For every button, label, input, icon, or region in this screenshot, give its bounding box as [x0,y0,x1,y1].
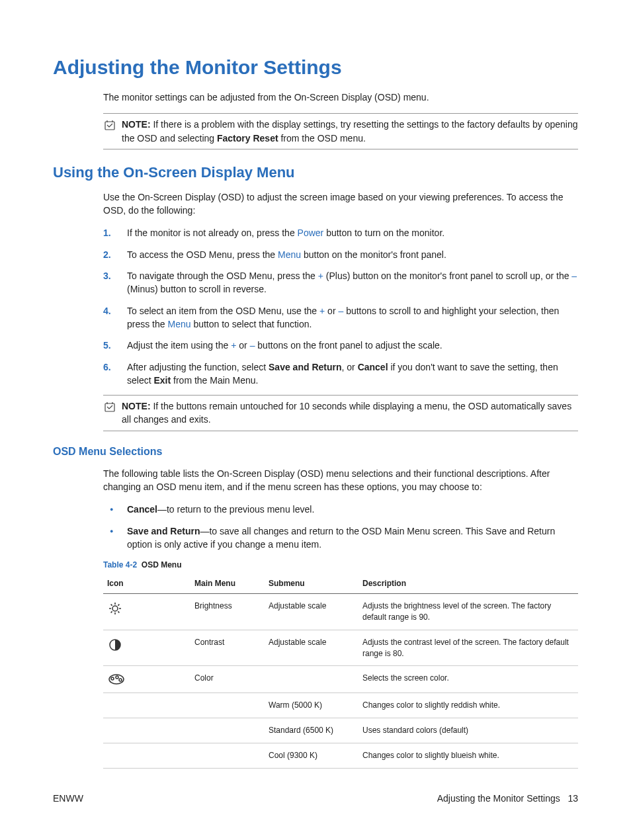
table-row: Color Selects the screen color. [103,666,578,693]
table-row: Cool (9300 K) Changes color to slightly … [103,743,578,769]
link-minus: – [571,271,577,281]
intro-text: The monitor settings can be adjusted fro… [103,91,578,104]
osd-intro-block: Use the On-Screen Display (OSD) to adjus… [103,190,578,387]
svg-point-2 [112,606,118,611]
td-desc: Adjusts the contrast level of the screen… [358,630,578,666]
footer-left: ENWW [53,793,83,804]
td-sub: Cool (9300 K) [265,743,358,769]
step-6: 6. After adjusting the function, select … [103,360,578,388]
td-desc: Changes color to slightly reddish white. [358,693,578,718]
th-desc: Description [358,573,578,594]
link-plus: + [319,306,325,316]
td-desc: Uses standard colors (default) [358,718,578,743]
note-block: NOTE: If there is a problem with the dis… [103,113,578,149]
step-num: 1. [103,226,111,239]
td-sub: Standard (6500 K) [265,718,358,743]
td-main [190,693,265,718]
svg-point-5 [111,677,114,680]
td-main [190,743,265,769]
td-main: Color [190,666,265,693]
note-body: If the buttons remain untouched for 10 s… [122,401,571,425]
table-row: Standard (6500 K) Uses standard colors (… [103,718,578,743]
step-num: 3. [103,269,111,282]
note-block: NOTE: If the buttons remain untouched fo… [103,395,578,431]
table-header-row: Icon Main Menu Submenu Description [103,573,578,594]
table-caption: Table 4-2 OSD Menu [103,560,578,569]
footer-right: Adjusting the Monitor Settings 13 [437,793,578,804]
td-desc: Changes color to slightly blueish white. [358,743,578,769]
intro-block: The monitor settings can be adjusted fro… [103,91,578,104]
page-number: 13 [568,793,578,804]
note-label: NOTE: [122,401,151,411]
table-row: Brightness Adjustable scale Adjusts the … [103,594,578,630]
link-power: Power [298,228,324,238]
td-main: Contrast [190,630,265,666]
osd-intro: Use the On-Screen Display (OSD) to adjus… [103,190,578,218]
note-bold: Factory Reset [217,133,278,144]
caption-title: OSD Menu [142,560,182,569]
step-1: 1. If the monitor is not already on, pre… [103,226,578,239]
note-2: NOTE: If the buttons remain untouched fo… [103,395,578,431]
td-main: Brightness [190,594,265,630]
step-num: 4. [103,304,111,317]
note-1: NOTE: If there is a problem with the dis… [103,113,578,149]
td-main [190,718,265,743]
td-sub: Adjustable scale [265,594,358,630]
page-title: Adjusting the Monitor Settings [53,56,578,79]
step-3: 3. To navigate through the OSD Menu, pre… [103,269,578,296]
step-num: 5. [103,339,111,352]
footer: ENWW Adjusting the Monitor Settings 13 [53,793,578,804]
svg-rect-1 [105,403,114,411]
link-menu: Menu [278,249,301,260]
note-text: NOTE: If there is a problem with the dis… [122,118,578,145]
caption-prefix: Table 4-2 [103,560,137,569]
link-plus: + [318,271,323,281]
td-sub: Adjustable scale [265,630,358,666]
heading-osd-selections: OSD Menu Selections [53,446,578,458]
selections-intro: The following table lists the On-Screen … [103,467,578,494]
td-sub: Warm (5000 K) [265,693,358,718]
th-main: Main Menu [190,573,265,594]
step-4: 4. To select an item from the OSD Menu, … [103,304,578,331]
step-5: 5. Adjust the item using the + or – butt… [103,339,578,352]
step-num: 6. [103,360,111,374]
th-icon: Icon [103,573,190,594]
page: Adjusting the Monitor Settings The monit… [0,0,631,840]
note-text: NOTE: If the buttons remain untouched fo… [122,399,578,427]
selections-block: The following table lists the On-Screen … [103,467,578,769]
osd-table: Icon Main Menu Submenu Description Brigh… [103,573,578,769]
svg-point-6 [116,676,118,679]
bullet-cancel: Cancel—to return to the previous menu le… [103,503,578,516]
svg-rect-0 [105,122,114,130]
th-sub: Submenu [265,573,358,594]
steps-list: 1. If the monitor is not already on, pre… [103,226,578,387]
contrast-icon [103,630,190,666]
svg-point-7 [119,679,122,681]
td-desc: Adjusts the brightness level of the scre… [358,594,578,630]
step-2: 2. To access the OSD Menu, press the Men… [103,248,578,261]
table-row: Warm (5000 K) Changes color to slightly … [103,693,578,718]
link-menu: Menu [167,319,190,329]
heading-using-osd: Using the On-Screen Display Menu [53,164,578,181]
step-num: 2. [103,248,111,261]
table-body: Brightness Adjustable scale Adjusts the … [103,594,578,769]
note-icon [103,400,118,413]
td-sub [265,666,358,693]
bullet-save-return: Save and Return—to save all changes and … [103,525,578,552]
table-row: Contrast Adjustable scale Adjusts the co… [103,630,578,666]
bullets-list: Cancel—to return to the previous menu le… [103,503,578,551]
note-after: from the OSD menu. [278,133,366,144]
td-desc: Selects the screen color. [358,666,578,693]
note-icon [103,118,118,132]
brightness-icon [103,594,190,630]
color-icon [103,666,190,693]
note-label: NOTE: [122,119,151,130]
